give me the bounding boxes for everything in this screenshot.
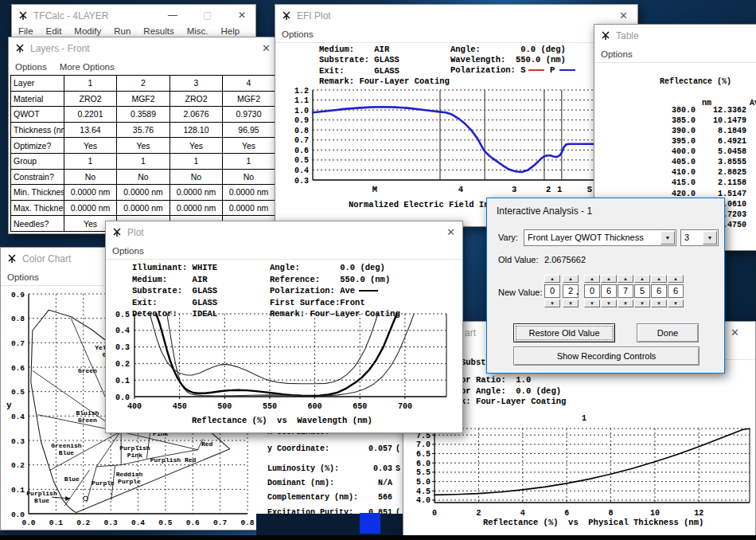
layers-cell[interactable]: 1 [64, 154, 117, 170]
info-line: Medium: AIR [132, 275, 208, 284]
layers-cell[interactable]: 0.2201 [64, 107, 117, 123]
spin-down-button[interactable]: ▼ [544, 299, 560, 307]
efi-menubar[interactable]: Options [275, 25, 637, 43]
close-icon[interactable]: ✕ [619, 10, 628, 22]
spin-up-button[interactable]: ▲ [668, 275, 684, 283]
menu-item-misc-[interactable]: Misc. [181, 26, 215, 36]
layers-cell[interactable]: ZRO2 [64, 92, 117, 108]
menu-item-more-options[interactable]: More Options [53, 62, 121, 72]
spin-up-button[interactable]: ▲ [634, 275, 650, 283]
tfcalc-main-window[interactable]: TFCalc - 4LAYER — ▢ ✕ FileEditModifyRunR… [11, 4, 256, 40]
layers-cell[interactable]: 1 [117, 154, 170, 170]
layers-cell[interactable]: No [117, 170, 170, 186]
layers-cell[interactable]: MGF2 [117, 92, 170, 108]
layers-cell[interactable]: 0.0000 nm [64, 185, 117, 201]
ichart-caption: Reflectance (%) vs Physical Thickness (n… [483, 518, 703, 527]
close-icon[interactable]: ✕ [731, 327, 739, 338]
efi-chart: 1.21.11.00.90.80.70.60.50.40.3M4321S [275, 83, 637, 202]
spin-up-button[interactable]: ▲ [601, 275, 617, 283]
spin-down-button[interactable]: ▼ [668, 299, 684, 307]
layers-cell[interactable]: Yes [64, 138, 117, 154]
spin-up-button[interactable]: ▲ [584, 275, 600, 283]
plot-menubar[interactable]: Options [106, 242, 462, 260]
tfcalc-app-icon [601, 30, 610, 40]
spin-up-button[interactable]: ▲ [544, 275, 560, 283]
layers-cell[interactable]: No [223, 170, 275, 186]
spin-down-button[interactable]: ▼ [651, 299, 667, 307]
menu-item-run[interactable]: Run [107, 26, 137, 36]
layers-cell[interactable]: 128.10 [170, 123, 223, 139]
layers-menubar[interactable]: OptionsMore Options [9, 58, 276, 76]
menu-item-options[interactable]: Options [275, 29, 320, 39]
menu-item-file[interactable]: File [12, 26, 40, 36]
menu-item-options[interactable]: Options [9, 62, 53, 72]
layers-cell[interactable]: Yes [117, 138, 170, 154]
layers-cell[interactable]: 13.64 [64, 123, 117, 139]
efi-plot-window[interactable]: EFI Plot ✕ Options Medium: AIRSubstrate:… [275, 4, 638, 227]
layers-cell[interactable]: ZRO2 [170, 92, 223, 108]
interactive-analysis-window[interactable]: Interactive Analysis - 1 Vary: Front Lay… [486, 198, 725, 374]
close-icon[interactable]: ✕ [262, 42, 271, 54]
chevron-down-icon[interactable]: ▼ [703, 231, 717, 245]
layers-cell[interactable]: 0.9730 [223, 107, 275, 123]
layers-cell[interactable]: MGF2 [223, 92, 275, 108]
taskbar[interactable] [0, 535, 756, 540]
layers-cell[interactable]: 1 [64, 76, 117, 92]
svg-text:ReddishPurple: ReddishPurple [116, 471, 143, 485]
color-info-line: Luminosity (%):0.03 [267, 464, 392, 474]
maximize-icon[interactable]: ▢ [203, 10, 212, 21]
layers-cell[interactable]: No [64, 170, 117, 186]
spin-up-button[interactable]: ▲ [651, 275, 667, 283]
layers-cell[interactable]: 96.95 [223, 123, 275, 139]
layers-cell[interactable]: 4 [223, 76, 275, 92]
layers-cell[interactable]: Yes [170, 138, 223, 154]
layers-cell[interactable]: 0.0000 nm [170, 201, 223, 217]
layers-cell[interactable]: 2.0676 [170, 107, 223, 123]
layers-cell[interactable]: 0.0000 nm [64, 201, 117, 217]
menu-item-modify[interactable]: Modify [68, 26, 107, 36]
plot-window[interactable]: Plot ✕ Options Illuminant: WHITEMedium: … [105, 221, 463, 433]
layers-cell[interactable]: 1 [223, 154, 275, 170]
taskbar-accent-square[interactable] [360, 513, 380, 534]
done-button[interactable]: Done [637, 323, 699, 342]
menu-item-edit[interactable]: Edit [40, 26, 68, 36]
layers-cell[interactable]: 35.76 [117, 123, 170, 139]
layers-cell[interactable]: 0.0000 nm [223, 201, 275, 217]
menu-item-options[interactable]: Options [106, 246, 150, 256]
close-icon[interactable]: ✕ [238, 10, 246, 21]
layers-cell[interactable]: 3 [170, 76, 223, 92]
chevron-down-icon[interactable]: ▼ [661, 231, 675, 245]
layers-cell[interactable]: 0.0000 nm [117, 185, 170, 201]
spin-down-button[interactable]: ▼ [634, 299, 650, 307]
vary-parameter-select[interactable]: Front Layer QWOT Thickness ▼ [524, 229, 676, 246]
spin-down-button[interactable]: ▼ [563, 299, 579, 307]
restore-old-value-button[interactable]: Restore Old Value [513, 323, 615, 342]
spin-down-button[interactable]: ▼ [618, 299, 633, 307]
layers-cell[interactable]: 0.0000 nm [223, 185, 275, 201]
table-menubar[interactable]: Options [594, 45, 756, 63]
layers-cell[interactable]: No [170, 170, 223, 186]
menu-item-options[interactable]: Options [1, 272, 45, 282]
window-title: Table [616, 30, 639, 41]
close-icon[interactable]: ✕ [446, 226, 455, 238]
layers-table[interactable]: Layer1234MaterialZRO2MGF2ZRO2MGF2QWOT0.2… [10, 75, 275, 232]
layers-cell[interactable]: Yes [223, 138, 275, 154]
layers-cell[interactable]: 0.3589 [117, 107, 170, 123]
show-recording-controls-button[interactable]: Show Recording Controls [513, 346, 699, 366]
layers-cell[interactable]: 0.0000 nm [170, 185, 223, 201]
spin-up-button[interactable]: ▲ [618, 275, 633, 283]
menu-item-results[interactable]: Results [137, 26, 180, 36]
spin-down-button[interactable]: ▼ [601, 299, 617, 307]
vary-layer-select[interactable]: 3 ▼ [680, 229, 719, 246]
menu-item-options[interactable]: Options [594, 49, 639, 59]
spin-up-button[interactable]: ▲ [563, 275, 579, 283]
layers-cell[interactable]: 0.0000 nm [117, 201, 170, 217]
svg-text:0.5: 0.5 [11, 388, 25, 397]
layers-window[interactable]: Layers - Front ✕ OptionsMore Options Lay… [8, 37, 277, 234]
menu-item-help[interactable]: Help [215, 26, 247, 36]
layers-cell[interactable]: 2 [117, 76, 170, 92]
spin-down-button[interactable]: ▼ [584, 299, 600, 307]
minimize-icon[interactable]: — [168, 10, 177, 21]
svg-text:0.3: 0.3 [104, 518, 118, 527]
layers-cell[interactable]: 1 [170, 154, 223, 170]
